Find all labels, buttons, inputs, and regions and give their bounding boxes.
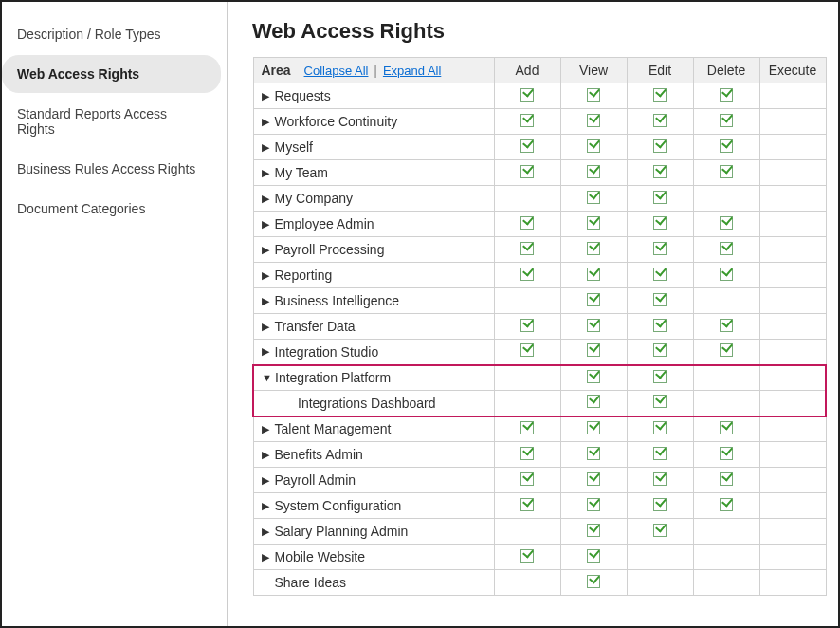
chevron-right-icon[interactable]: ▶ [262, 269, 271, 282]
checkbox-checked[interactable] [520, 343, 534, 357]
checkbox-checked[interactable] [520, 498, 534, 511]
area-cell: ▶Myself [253, 135, 494, 160]
checkbox-checked[interactable] [653, 191, 667, 204]
checkbox-checked[interactable] [587, 165, 600, 178]
checkbox-checked[interactable] [720, 268, 733, 281]
chevron-right-icon[interactable]: ▶ [262, 423, 271, 435]
chevron-right-icon[interactable]: ▶ [262, 244, 271, 256]
checkbox-checked[interactable] [653, 216, 667, 230]
chevron-right-icon[interactable]: ▶ [262, 526, 271, 538]
checkbox-checked[interactable] [653, 395, 667, 408]
checkbox-checked[interactable] [587, 524, 600, 537]
checkbox-checked[interactable] [520, 88, 534, 102]
chevron-right-icon[interactable]: ▶ [262, 500, 271, 512]
table-row: ▶Mobile Website [253, 545, 826, 570]
sidebar-item-document-categories[interactable]: Document Categories [2, 190, 221, 228]
chevron-right-icon[interactable]: ▶ [262, 193, 271, 205]
checkbox-checked[interactable] [587, 343, 600, 357]
checkbox-checked[interactable] [653, 165, 667, 178]
perm-cell-edit [627, 83, 693, 109]
checkbox-checked[interactable] [720, 165, 733, 178]
checkbox-checked[interactable] [720, 88, 733, 102]
checkbox-checked[interactable] [653, 319, 667, 332]
checkbox-checked[interactable] [587, 498, 600, 511]
checkbox-checked[interactable] [653, 472, 667, 486]
checkbox-checked[interactable] [520, 447, 534, 460]
sidebar-item-business-rules-access-rights[interactable]: Business Rules Access Rights [2, 150, 221, 188]
checkbox-checked[interactable] [520, 421, 534, 434]
checkbox-checked[interactable] [587, 88, 600, 102]
chevron-right-icon[interactable]: ▶ [262, 116, 271, 128]
checkbox-checked[interactable] [720, 447, 733, 460]
checkbox-checked[interactable] [587, 395, 600, 408]
checkbox-checked[interactable] [653, 114, 667, 127]
chevron-right-icon[interactable]: ▶ [262, 449, 271, 461]
area-label: My Company [275, 191, 353, 206]
chevron-right-icon[interactable]: ▶ [262, 141, 271, 154]
checkbox-checked[interactable] [720, 498, 733, 511]
chevron-right-icon[interactable]: ▶ [262, 167, 271, 179]
sidebar-item-description-role-types[interactable]: Description / Role Types [2, 15, 221, 53]
checkbox-checked[interactable] [587, 242, 600, 255]
checkbox-checked[interactable] [520, 165, 534, 178]
checkbox-checked[interactable] [587, 472, 600, 486]
chevron-right-icon[interactable]: ▶ [262, 295, 271, 307]
perm-cell-edit [627, 570, 693, 596]
area-label: Salary Planning Admin [275, 524, 409, 539]
checkbox-checked[interactable] [520, 268, 534, 281]
chevron-right-icon[interactable]: ▶ [262, 551, 271, 563]
chevron-right-icon[interactable]: ▶ [262, 321, 271, 333]
checkbox-checked[interactable] [653, 421, 667, 434]
checkbox-checked[interactable] [720, 343, 733, 357]
chevron-right-icon[interactable]: ▶ [262, 474, 271, 487]
checkbox-checked[interactable] [587, 319, 600, 332]
chevron-right-icon[interactable]: ▶ [262, 218, 271, 231]
checkbox-checked[interactable] [653, 293, 667, 306]
checkbox-checked[interactable] [653, 370, 667, 383]
sidebar-item-web-access-rights[interactable]: Web Access Rights [2, 55, 221, 93]
checkbox-checked[interactable] [520, 549, 534, 563]
checkbox-checked[interactable] [520, 319, 534, 332]
perm-cell-edit [627, 365, 693, 391]
checkbox-checked[interactable] [720, 421, 733, 434]
checkbox-checked[interactable] [653, 268, 667, 281]
checkbox-checked[interactable] [653, 139, 667, 153]
checkbox-checked[interactable] [520, 242, 534, 255]
checkbox-checked[interactable] [587, 268, 600, 281]
chevron-right-icon[interactable]: ▶ [262, 345, 271, 358]
expand-all-link[interactable]: Expand All [383, 64, 441, 78]
checkbox-checked[interactable] [520, 114, 534, 127]
checkbox-checked[interactable] [720, 216, 733, 230]
checkbox-checked[interactable] [587, 139, 600, 153]
checkbox-checked[interactable] [720, 242, 733, 255]
checkbox-checked[interactable] [587, 114, 600, 127]
checkbox-checked[interactable] [587, 293, 600, 306]
checkbox-checked[interactable] [587, 421, 600, 434]
sidebar-item-standard-reports-access-rights[interactable]: Standard Reports Access Rights [2, 95, 221, 148]
checkbox-checked[interactable] [587, 370, 600, 383]
chevron-down-icon[interactable]: ▼ [262, 372, 271, 383]
perm-cell-execute [759, 212, 826, 237]
perm-cell-delete [693, 545, 759, 570]
checkbox-checked[interactable] [653, 498, 667, 511]
checkbox-checked[interactable] [653, 242, 667, 255]
checkbox-checked[interactable] [587, 549, 600, 563]
checkbox-checked[interactable] [520, 216, 534, 230]
chevron-right-icon[interactable]: ▶ [262, 90, 271, 102]
checkbox-checked[interactable] [653, 524, 667, 537]
checkbox-checked[interactable] [653, 447, 667, 460]
checkbox-checked[interactable] [587, 216, 600, 230]
checkbox-checked[interactable] [587, 191, 600, 204]
checkbox-checked[interactable] [720, 319, 733, 332]
perm-cell-edit [627, 442, 693, 468]
checkbox-checked[interactable] [720, 139, 733, 153]
collapse-all-link[interactable]: Collapse All [304, 64, 369, 78]
checkbox-checked[interactable] [520, 472, 534, 486]
checkbox-checked[interactable] [653, 343, 667, 357]
checkbox-checked[interactable] [587, 575, 600, 588]
checkbox-checked[interactable] [653, 88, 667, 102]
checkbox-checked[interactable] [720, 114, 733, 127]
checkbox-checked[interactable] [587, 447, 600, 460]
checkbox-checked[interactable] [520, 139, 534, 153]
checkbox-checked[interactable] [720, 472, 733, 486]
